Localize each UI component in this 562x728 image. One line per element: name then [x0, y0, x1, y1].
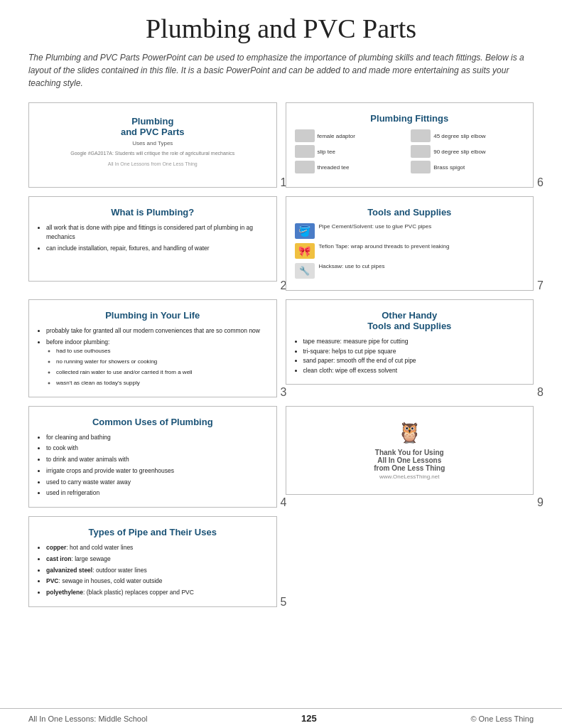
page-title: Plumbing and PVC Parts	[28, 13, 534, 44]
slide5-bullet-4: polyethylene: (black plastic) replaces c…	[46, 588, 268, 597]
slide8-bullets: tape measure: measure pipe for cutting t…	[295, 337, 525, 375]
slide1-google-code: Google #GA2017A: Students will critique …	[38, 151, 268, 156]
slide2-bullet-0: all work that is done with pipe and fitt…	[46, 223, 268, 242]
fitting-icon-45-elbow	[411, 129, 431, 142]
slide3-bullet-1: before indoor plumbing: had to use outho…	[46, 338, 268, 387]
slide2-bullets: all work that is done with pipe and fitt…	[38, 223, 268, 252]
slide-box-5: Types of Pipe and Their Uses copper: hot…	[28, 516, 277, 607]
slide8-heading: Other Handy Tools and Supplies	[295, 310, 525, 331]
fittings-grid: female adaptor 45 degree slip elbow slip…	[295, 129, 525, 173]
main-content: Plumbing and PVC Parts The Plumbing and …	[0, 0, 562, 708]
fitting-90-elbow: 90 degree slip elbow	[411, 145, 524, 158]
fitting-icon-threaded-tee	[295, 161, 315, 173]
slide-box-4: Common Uses of Plumbing for cleaning and…	[28, 406, 277, 508]
slide7-heading: Tools and Supplies	[295, 207, 525, 218]
slide1-footer: All In One Lessons from One Less Thing	[38, 161, 268, 166]
fitting-icon-female-adaptor	[295, 129, 315, 142]
tool-icon-cement: 🪣	[295, 223, 315, 239]
slide1-title: Plumbing and PVC Parts	[38, 116, 268, 137]
slide3-nested-bullets: had to use outhouses no running water fo…	[46, 347, 268, 387]
tool-item-0: 🪣 Pipe Cement/Solvent: use to glue PVC p…	[295, 223, 525, 239]
slide-box-2: What is Plumbing? all work that is done …	[28, 196, 277, 282]
tool-item-2: 🔧 Hacksaw: use to cut pipes	[295, 263, 525, 279]
fitting-slip-tee: slip tee	[295, 145, 409, 158]
owl-icon: 🦉	[295, 421, 525, 444]
slide-box-1: Plumbing and PVC Parts Uses and Types Go…	[28, 102, 277, 188]
slide-box-3: Plumbing in Your Life probably take for …	[28, 299, 277, 397]
fitting-45-elbow: 45 degree slip elbow	[411, 129, 524, 142]
slide4-heading: Common Uses of Plumbing	[38, 417, 268, 427]
slide5-heading: Types of Pipe and Their Uses	[38, 527, 268, 537]
slide3-heading: Plumbing in Your Life	[38, 310, 268, 321]
slides-grid: Plumbing and PVC Parts Uses and Types Go…	[28, 102, 534, 607]
footer-right: © One Less Thing	[470, 714, 534, 723]
fitting-icon-90-elbow	[411, 145, 431, 158]
slide1-sub: Uses and Types	[38, 140, 268, 146]
slide-cell-4: Common Uses of Plumbing for cleaning and…	[28, 406, 277, 508]
slide6-heading: Plumbing Fittings	[295, 113, 525, 124]
slide-cell-8: Other Handy Tools and Supplies tape meas…	[286, 299, 534, 397]
tool-icon-hacksaw: 🔧	[295, 263, 315, 279]
slide-box-6: Plumbing Fittings female adaptor 45 degr…	[286, 102, 534, 188]
slide5-bullet-1: cast iron: large sewage	[46, 555, 268, 564]
slide-number-9: 9	[537, 496, 544, 509]
fitting-icon-slip-tee	[295, 145, 315, 158]
page-wrapper: Plumbing and PVC Parts The Plumbing and …	[0, 0, 562, 728]
fitting-icon-brass-spigot	[411, 161, 431, 173]
slide-cell-6: Plumbing Fittings female adaptor 45 degr…	[286, 102, 534, 188]
slide-cell-2: What is Plumbing? all work that is done …	[28, 196, 277, 291]
tool-icon-tape: 🎀	[295, 243, 315, 259]
slide9-thank-you: Thank You for Using All In One Lessons f…	[295, 449, 525, 472]
fitting-female-adaptor: female adaptor	[295, 129, 409, 142]
slide-box-7: Tools and Supplies 🪣 Pipe Cement/Solvent…	[286, 196, 534, 291]
slide-cell-7: Tools and Supplies 🪣 Pipe Cement/Solvent…	[286, 196, 534, 291]
tool-item-1: 🎀 Teflon Tape: wrap around threads to pr…	[295, 243, 525, 259]
slide9-url: www.OneLessThing.net	[295, 473, 525, 480]
slide5-bullet-3: PVC: sewage in houses, cold water outsid…	[46, 577, 268, 586]
slide-cell-9: 🦉 Thank You for Using All In One Lessons…	[286, 406, 534, 508]
tools-list: 🪣 Pipe Cement/Solvent: use to glue PVC p…	[295, 223, 525, 279]
slide-cell-3: Plumbing in Your Life probably take for …	[28, 299, 277, 397]
slide3-bullet-0: probably take for granted all our modern…	[46, 326, 268, 336]
slide3-bullets: probably take for granted all our modern…	[38, 326, 268, 387]
slide-number-6: 6	[537, 176, 544, 189]
slide5-bullet-0: copper: hot and cold water lines	[46, 543, 268, 552]
slide-box-9: 🦉 Thank You for Using All In One Lessons…	[286, 406, 534, 495]
slide-number-5: 5	[281, 596, 287, 609]
slide-box-8: Other Handy Tools and Supplies tape meas…	[286, 299, 534, 385]
footer-center: 125	[301, 713, 317, 724]
slide-number-8: 8	[537, 386, 544, 399]
slide5-bullets: copper: hot and cold water lines cast ir…	[38, 543, 268, 597]
intro-text: The Plumbing and PVC Parts PowerPoint ca…	[28, 51, 534, 90]
slide2-heading: What is Plumbing?	[38, 207, 268, 218]
footer-left: All In One Lessons: Middle School	[28, 714, 148, 723]
slide9-content: 🦉 Thank You for Using All In One Lessons…	[295, 414, 525, 487]
slide-cell-1: Plumbing and PVC Parts Uses and Types Go…	[28, 102, 277, 188]
slide4-bullets: for cleaning and bathing to cook with to…	[38, 433, 268, 498]
page-footer: All In One Lessons: Middle School 125 © …	[0, 708, 562, 728]
slide5-bullet-2: galvanized steel: outdoor water lines	[46, 566, 268, 575]
slide-cell-5: Types of Pipe and Their Uses copper: hot…	[28, 516, 277, 607]
fitting-threaded-tee: threaded tee	[295, 161, 409, 173]
slide2-bullet-1: can include installation, repair, fixtur…	[46, 244, 268, 253]
fitting-brass-spigot: Brass spigot	[411, 161, 524, 173]
slide-number-7: 7	[537, 279, 544, 292]
